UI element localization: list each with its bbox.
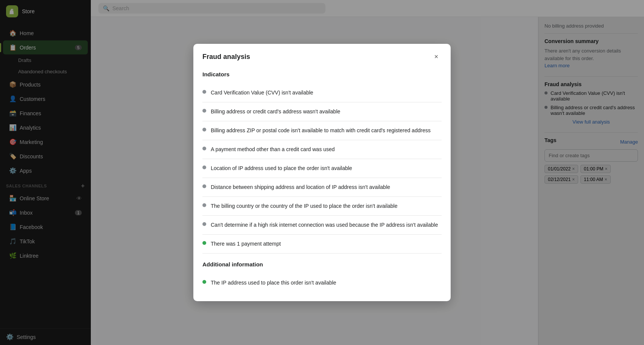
modal-title: Fraud analysis [202, 53, 250, 61]
indicator-dot-0 [202, 90, 206, 94]
indicator-item-8: There was 1 payment attempt [202, 235, 442, 253]
indicator-text-4: Location of IP address used to place the… [211, 164, 352, 172]
additional-item-0: The IP address used to place this order … [202, 274, 442, 292]
modal-close-button[interactable]: × [431, 51, 442, 62]
additional-list: The IP address used to place this order … [202, 274, 442, 292]
additional-info-title: Additional information [202, 261, 442, 268]
indicator-item-3: A payment method other than a credit car… [202, 140, 442, 159]
indicator-item-2: Billing address ZIP or postal code isn't… [202, 121, 442, 140]
indicator-text-3: A payment method other than a credit car… [211, 145, 335, 153]
indicator-dot-3 [202, 147, 206, 150]
indicator-item-0: Card Verification Value (CVV) isn't avai… [202, 84, 442, 102]
indicator-text-7: Can't determine if a high risk internet … [211, 221, 438, 229]
indicator-dot-4 [202, 166, 206, 169]
modal-section-divider [202, 253, 442, 254]
indicator-text-6: The billing country or the country of th… [211, 202, 397, 210]
main-content: 🔍 Search No billing address provided Con… [91, 0, 644, 345]
additional-text-0: The IP address used to place this order … [211, 279, 336, 287]
indicator-item-5: Distance between shipping address and lo… [202, 178, 442, 197]
indicator-text-1: Billing address or credit card's address… [211, 108, 340, 116]
indicator-item-7: Can't determine if a high risk internet … [202, 216, 442, 235]
indicator-text-8: There was 1 payment attempt [211, 240, 281, 248]
indicator-dot-5 [202, 184, 206, 188]
indicators-list: Card Verification Value (CVV) isn't avai… [202, 84, 442, 253]
fraud-analysis-modal: Fraud analysis × Indicators Card Verific… [193, 44, 451, 301]
modal-overlay[interactable]: Fraud analysis × Indicators Card Verific… [91, 0, 644, 345]
indicator-item-4: Location of IP address used to place the… [202, 159, 442, 178]
indicator-item-6: The billing country or the country of th… [202, 197, 442, 216]
indicator-dot-6 [202, 203, 206, 207]
additional-dot-0 [202, 280, 206, 284]
indicator-item-1: Billing address or credit card's address… [202, 102, 442, 121]
indicator-text-0: Card Verification Value (CVV) isn't avai… [211, 89, 313, 97]
indicator-dot-7 [202, 222, 206, 226]
indicator-dot-1 [202, 109, 206, 113]
indicator-dot-2 [202, 128, 206, 132]
indicator-text-2: Billing address ZIP or postal code isn't… [211, 127, 431, 135]
indicators-title: Indicators [202, 71, 442, 77]
indicator-text-5: Distance between shipping address and lo… [211, 183, 390, 191]
modal-header: Fraud analysis × [193, 44, 451, 68]
modal-body: Indicators Card Verification Value (CVV)… [193, 68, 451, 301]
indicator-dot-green-8 [202, 241, 206, 245]
